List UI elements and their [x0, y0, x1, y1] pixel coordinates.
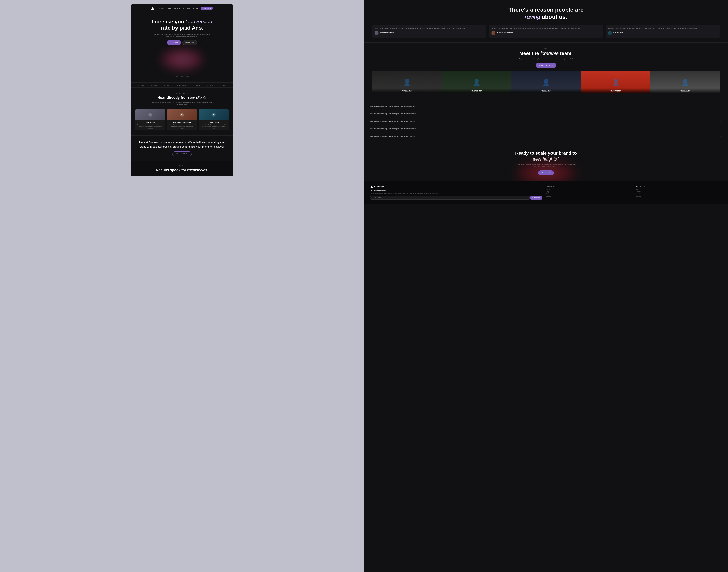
mission-book-button[interactable]: Book a 15-min call: [172, 151, 192, 156]
nav-links: About Blog Services Process Prices Book …: [160, 6, 213, 10]
video-thumb-3[interactable]: ▶: [199, 109, 229, 120]
nav-prices[interactable]: Prices: [193, 7, 198, 9]
raving-role-1: Founder of Moviez: [380, 33, 394, 34]
hero-heading-italic: Conversion: [185, 18, 212, 24]
results-label: Results: [135, 165, 229, 166]
team-member-name-4: Mahmoud Abdo: [582, 89, 649, 91]
footer-email-row: Get Notified: [370, 196, 542, 200]
raving-card-3-text: We never realised the power of paid adve…: [608, 27, 717, 30]
footer-newsletter-sub: Sign up to our mailing list below and be…: [370, 193, 542, 195]
team-book-button[interactable]: Book a 15-min call: [536, 63, 556, 68]
team-photo-4: 👤 Mahmoud Abdo UI/UX Designer: [581, 71, 650, 93]
faq-item-5[interactable]: How do you tailor Google Ads strategies …: [370, 133, 722, 140]
team-member-role-4: UI/UX Designer: [582, 91, 649, 92]
faq-expand-3[interactable]: +: [720, 120, 722, 123]
testimonial-card-3: ▶ Kareem Yahia Our results and online pr…: [199, 109, 229, 131]
faq-question-5: How do you tailor Google Ads strategies …: [370, 135, 416, 137]
team-heading-italic: icredible: [541, 51, 559, 56]
video-thumb-2[interactable]: ▶: [167, 109, 197, 120]
team-member-name-3: Mahmoud Abdo: [512, 89, 580, 91]
faq-question-4: How do you tailor Google Ads strategies …: [370, 128, 416, 130]
hero-book-call-button[interactable]: Book a call: [167, 40, 181, 45]
raving-heading-italic: raving: [525, 14, 540, 20]
footer-link-blog[interactable]: Blog: [546, 191, 632, 193]
raving-role-3: Founder of Moviez: [613, 33, 623, 34]
team-subtext: We pride ourselves of being the best of …: [515, 58, 577, 60]
footer-link-contact[interactable]: Contact: [636, 191, 722, 193]
play-button-2[interactable]: ▶: [180, 113, 184, 117]
raving-name-1: Ahmad Abdelrahman: [380, 32, 394, 33]
footer-email-input[interactable]: [370, 196, 530, 200]
raving-card-1-text: Thanks to Conversion, our business exper…: [375, 27, 484, 30]
brand-shopify: S Shopify: [164, 84, 170, 86]
brand-framer: F Framer: [207, 84, 213, 86]
hero-learn-more-button[interactable]: Learn more: [182, 40, 197, 45]
brand-google: G Google: [151, 84, 157, 86]
team-member-name-5: Mahmoud Abdo: [652, 89, 719, 91]
faq-question-1: How do you tailor Google Ads strategies …: [370, 105, 416, 107]
faq-question-3: How do you tailor Google Ads strategies …: [370, 120, 416, 122]
left-panel: About Blog Services Process Prices Book …: [0, 0, 364, 572]
raving-section: There's a reason people are raving about…: [364, 0, 728, 43]
hero-section: Increase you Conversion rate by paid Ads…: [131, 12, 233, 82]
raving-role-2: Founder of Moviez: [497, 33, 513, 34]
footer-link-services[interactable]: Services: [546, 193, 632, 195]
testimonial-card-2: ▶ Mahmoud Abdelrahman Our results and on…: [167, 109, 197, 131]
faq-item-4[interactable]: How do you tailor Google Ads strategies …: [370, 125, 722, 133]
raving-card-1: Thanks to Conversion, our business exper…: [372, 25, 486, 38]
good-hands-text: You're in good hands: [137, 74, 227, 78]
right-panel: There's a reason people are raving about…: [364, 0, 728, 572]
results-heading-italic: themselves.: [187, 168, 208, 172]
raving-name-3: Gamila Gamel: [613, 32, 623, 33]
footer-link-services2[interactable]: Services: [546, 196, 632, 197]
cta-book-button[interactable]: Book a call: [538, 170, 553, 175]
testimonial-quote-1: Our results and online presence went thr…: [137, 124, 164, 127]
nav-process[interactable]: Process: [183, 7, 190, 9]
faq-item-1[interactable]: How do you tailor Google Ads strategies …: [370, 102, 722, 110]
faq-item-2[interactable]: How do you tailor Google Ads strategies …: [370, 110, 722, 118]
team-member-name-1: Mahmoud Abdo: [373, 89, 440, 91]
footer-link-faq[interactable]: FAQ: [636, 189, 722, 190]
testimonial-card-1: ▶ Nour Essam Our results and online pres…: [135, 109, 165, 131]
faq-item-3[interactable]: How do you tailor Google Ads strategies …: [370, 118, 722, 125]
brand-adobe-2: Ai Adobe: [220, 84, 226, 86]
raving-avatar-1: [375, 31, 379, 35]
footer-link-services3[interactable]: Services: [636, 196, 722, 197]
cta-heading-italic: heights?: [543, 156, 559, 161]
faq-expand-2[interactable]: +: [720, 112, 722, 115]
team-photo-2: 👤 Mahmoud Abdo UI/UX Designer: [442, 71, 511, 93]
faq-expand-4[interactable]: +: [720, 127, 722, 130]
nav-cta-button[interactable]: Book a call: [201, 6, 213, 10]
raving-card-2: We never realised the power of paid adve…: [489, 25, 603, 38]
team-photo-1: 👤 Mahmoud Abdo UI/UX Designer: [372, 71, 442, 93]
brand-webflow: W Webflow: [193, 84, 200, 86]
hero-heading-text2: rate by paid Ads.: [161, 25, 203, 31]
hero-heading: Increase you Conversion rate by paid Ads…: [137, 18, 227, 31]
clients-section-label: Our Clients: [135, 92, 229, 94]
testimonial-name-2: Mahmoud Abdelrahman: [169, 122, 195, 123]
testimonial-company-3: Solo: [200, 128, 227, 129]
nav-services[interactable]: Services: [174, 7, 181, 9]
footer-notify-button[interactable]: Get Notified: [530, 196, 542, 200]
testimonial-company-1: Zero Days: [137, 128, 164, 129]
raving-heading: There's a reason people are raving about…: [372, 6, 720, 21]
footer-link-about[interactable]: About: [546, 189, 632, 190]
raving-avatar-3: [608, 31, 612, 35]
play-button-1[interactable]: ▶: [148, 113, 152, 117]
team-section: Team Meet the icredible team. We pride o…: [364, 43, 728, 98]
results-heading: Results speak for themselves.: [135, 168, 229, 172]
brand-adobe: Ai Adobe: [138, 84, 144, 86]
nav-about[interactable]: About: [160, 7, 164, 9]
testimonial-name-3: Kareem Yahia: [200, 122, 227, 123]
footer-link-legal[interactable]: Legal: [636, 193, 722, 195]
faq-expand-1[interactable]: +: [720, 104, 722, 108]
raving-testimonials: Thanks to Conversion, our business exper…: [372, 25, 720, 38]
team-photo-5: 👤 Mahmoud Abdo UI/UX Designer: [650, 71, 720, 93]
footer-logo-icon: [370, 185, 373, 188]
play-button-3[interactable]: ▶: [212, 113, 216, 117]
cta-heading: Ready to scale your brand to new heights…: [372, 150, 720, 162]
nav-blog[interactable]: Blog: [167, 7, 171, 9]
video-thumb-1[interactable]: ▶: [135, 109, 165, 120]
faq-expand-5[interactable]: +: [720, 135, 722, 138]
team-photo-3: 👤 Mahmoud Abdo UI/UX Designer: [511, 71, 581, 93]
